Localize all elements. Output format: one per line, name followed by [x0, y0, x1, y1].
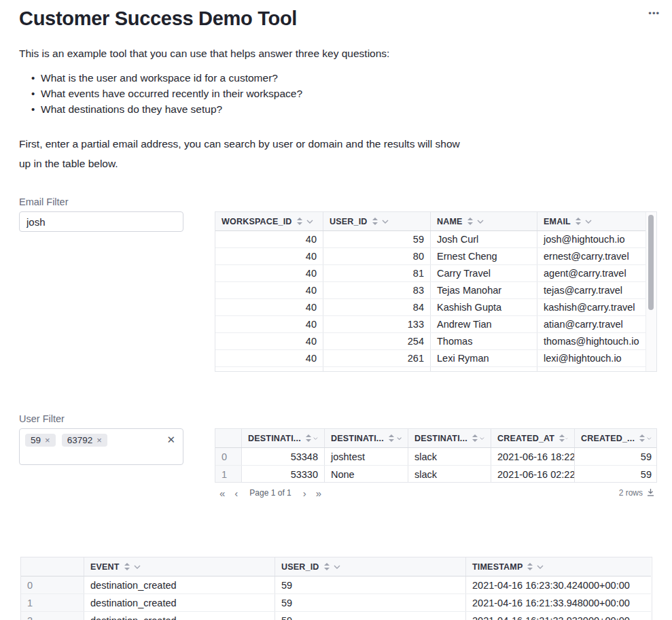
column-header[interactable]: EVENT [84, 557, 275, 576]
instructions-text: First, enter a partial email address, yo… [19, 134, 473, 173]
page-title: Customer Success Demo Tool [19, 7, 297, 30]
table-cell: 59 [275, 576, 466, 593]
table-cell: 53330 [242, 466, 325, 483]
table-cell: 40 [215, 350, 323, 366]
overflow-menu-icon[interactable]: ••• [648, 10, 660, 18]
last-page-icon[interactable]: » [311, 487, 326, 499]
table-cell: destination_created [84, 594, 275, 611]
users-table: WORKSPACE_IDUSER_IDNAMEEMAIL4059Josh Cur… [215, 211, 657, 372]
chevron-down-icon[interactable] [397, 436, 402, 441]
column-header[interactable]: DESTINATI... [325, 429, 408, 447]
list-item: What destinations do they have setup? [31, 101, 302, 117]
next-page-icon[interactable]: › [298, 487, 311, 499]
table-row: 4080Ernest Chengernest@carry.travel [215, 248, 646, 265]
chevron-down-icon[interactable] [313, 436, 318, 441]
table-cell: ernest@carry.travel [537, 248, 646, 264]
column-header[interactable]: CREATED_... [575, 429, 657, 447]
app: Customer Success Demo Tool ••• This is a… [0, 0, 672, 620]
table-header-row: EVENTUSER_IDTIMESTAMP [21, 557, 651, 576]
email-filter-label: Email Filter [19, 196, 69, 207]
chevron-down-icon[interactable] [585, 220, 592, 224]
column-header[interactable]: EMAIL [537, 212, 646, 230]
chevron-down-icon[interactable] [306, 220, 313, 224]
table-cell: lexi@hightouch.io [537, 367, 646, 372]
intro-text: This is an example tool that you can use… [19, 48, 389, 60]
chevron-down-icon[interactable] [477, 220, 484, 224]
table-cell: 40 [215, 299, 323, 315]
sort-icon[interactable] [472, 434, 476, 442]
sort-icon[interactable] [527, 563, 533, 570]
sort-icon[interactable] [389, 434, 393, 442]
chevron-down-icon[interactable] [480, 436, 484, 441]
sort-icon[interactable] [372, 218, 378, 225]
scrollbar-track [646, 212, 656, 372]
table-header-row: WORKSPACE_IDUSER_IDNAMEEMAIL [215, 212, 646, 231]
sort-icon[interactable] [559, 434, 561, 442]
pagination-bar: « ‹ Page 1 of 1 › » 2 rows [215, 485, 657, 500]
sort-icon[interactable] [297, 218, 302, 225]
chevron-down-icon[interactable] [334, 565, 340, 569]
chevron-down-icon[interactable] [565, 436, 568, 441]
table-cell: Andrew Tian [431, 316, 537, 332]
remove-tag-icon[interactable]: × [45, 435, 50, 445]
table-row: 4083Tejas Manohartejas@carry.travel [215, 282, 646, 299]
clear-all-icon[interactable]: ✕ [166, 434, 175, 446]
first-page-icon[interactable]: « [215, 487, 230, 499]
index-cell: 1 [215, 466, 242, 483]
table-cell: Carry Travel [431, 265, 537, 281]
column-header[interactable]: USER_ID [275, 557, 466, 576]
column-header[interactable]: TIMESTAMP [466, 557, 651, 576]
table-cell: 84 [323, 299, 431, 315]
table-cell: 40 [215, 316, 323, 332]
question-list: What is the user and workspace id for a … [31, 70, 302, 117]
table-cell: 2021-04-16 16:21:33.933000+00:00 [466, 612, 651, 620]
table-cell: 59 [275, 612, 466, 620]
table-cell: atian@carry.travel [537, 316, 646, 332]
column-header[interactable]: NAME [431, 212, 537, 230]
table-row: 40133Andrew Tianatian@carry.travel [215, 316, 646, 333]
sort-icon[interactable] [576, 218, 581, 225]
sort-icon[interactable] [124, 563, 130, 570]
table-cell: 83 [323, 282, 431, 298]
user-filter-multiselect[interactable]: 59 × 63792 × ✕ [19, 428, 183, 465]
chevron-down-icon[interactable] [134, 565, 141, 569]
table-cell: 2021-04-16 16:21:33.948000+00:00 [466, 594, 651, 611]
column-header[interactable]: CREATED_AT [491, 429, 575, 447]
chevron-down-icon[interactable] [382, 220, 389, 224]
table-row: 4081Carry Travelagent@carry.travel [215, 265, 646, 282]
table-cell: None [325, 466, 408, 483]
chevron-down-icon[interactable] [647, 436, 652, 441]
table-cell: 59 [575, 448, 657, 465]
table-cell: 2021-06-16 18:22: [491, 448, 575, 465]
table-cell: 53348 [242, 448, 325, 465]
prev-page-icon[interactable]: ‹ [230, 487, 243, 499]
sort-icon[interactable] [324, 563, 330, 570]
sort-icon[interactable] [306, 434, 309, 442]
table-cell: Kashish Gupta [431, 299, 537, 315]
table-cell: Ernest Cheng [431, 248, 537, 264]
tag-value: 59 [31, 435, 41, 445]
table-cell: 40 [215, 248, 323, 264]
scrollbar-thumb[interactable] [648, 215, 654, 310]
remove-tag-icon[interactable]: × [96, 435, 102, 445]
table-row: 4059Josh Curljosh@hightouch.io [215, 231, 646, 248]
user-filter-label: User Filter [19, 413, 65, 424]
column-header[interactable]: WORKSPACE_ID [215, 212, 323, 230]
column-header[interactable]: DESTINATI... [408, 429, 491, 447]
table-cell: Lexi Ryman [431, 367, 537, 372]
email-filter-input[interactable] [19, 211, 183, 232]
sort-icon[interactable] [639, 434, 643, 442]
column-header[interactable]: DESTINATI... [242, 429, 325, 447]
chevron-down-icon[interactable] [537, 565, 544, 569]
filter-tag: 59 × [25, 434, 56, 447]
table-cell: Thomas [431, 333, 537, 349]
column-header[interactable]: USER_ID [323, 212, 431, 230]
table-cell: 59 [275, 594, 466, 611]
download-icon[interactable] [647, 488, 654, 498]
table-cell: 59 [323, 231, 431, 247]
index-column-header [215, 429, 242, 447]
table-row: 0destination_created592021-04-16 16:23:3… [21, 576, 651, 594]
events-table: EVENTUSER_IDTIMESTAMP0destination_create… [20, 557, 652, 620]
sort-icon[interactable] [467, 218, 473, 225]
list-item: What events have occurred recently in th… [31, 86, 302, 101]
